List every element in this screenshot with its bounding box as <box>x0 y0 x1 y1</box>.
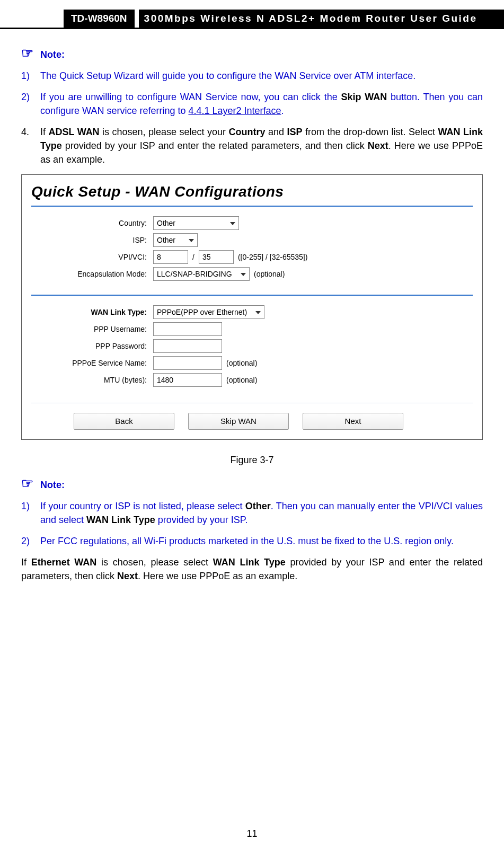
isp-bold: ISP <box>287 127 303 137</box>
ppp-username-label: PPP Username: <box>31 325 153 333</box>
step4-text: If <box>40 127 48 137</box>
list-marker: 1) <box>21 499 40 527</box>
eth-text: . Here we use PPPoE as an example. <box>138 571 297 581</box>
list-marker: 1) <box>21 69 40 83</box>
vpi-vci-label: VPI/VCI: <box>31 253 153 261</box>
note1-item-1: 1) The Quick Setup Wizard will guide you… <box>21 69 483 83</box>
encap-label: Encapsulation Mode: <box>31 270 153 278</box>
note2-item-1: 1) If your country or ISP is not listed,… <box>21 499 483 527</box>
doc-header: TD-W8960N 300Mbps Wireless N ADSL2+ Mode… <box>0 0 504 29</box>
optional-text: (optional) <box>254 270 285 278</box>
note2-text-2: Per FCC regulations, all Wi-Fi products … <box>40 534 483 548</box>
note2-text: provided by your ISP. <box>155 515 248 525</box>
next-bold: Next <box>117 571 138 581</box>
pointing-hand-icon: ☞ <box>21 475 33 491</box>
wan-link-type-label: WAN Link Type: <box>91 308 147 316</box>
note1-text-2c: . <box>281 105 284 116</box>
next-bold: Next <box>368 140 388 151</box>
note2-text: If your country or ISP is not listed, pl… <box>40 501 245 511</box>
ppp-username-input[interactable] <box>153 322 222 336</box>
note-list-1: 1) The Quick Setup Wizard will guide you… <box>21 69 483 118</box>
back-button[interactable]: Back <box>74 413 174 430</box>
ethernet-paragraph: If Ethernet WAN is chosen, please select… <box>21 555 483 583</box>
next-button[interactable]: Next <box>303 413 403 430</box>
page-number: 11 <box>0 828 504 839</box>
divider <box>31 403 473 403</box>
figure-caption: Figure 3-7 <box>21 455 483 466</box>
isp-select[interactable]: Other <box>153 233 198 247</box>
note-heading-2: ☞ Note: <box>21 475 483 492</box>
skip-wan-button[interactable]: Skip WAN <box>188 413 289 430</box>
list-marker: 2) <box>21 90 40 118</box>
note-list-2: 1) If your country or ISP is not listed,… <box>21 499 483 548</box>
optional-text: (optional) <box>226 376 257 384</box>
eth-text: If <box>21 557 31 568</box>
vci-input[interactable] <box>199 250 234 264</box>
note1-text-2a: If you are unwilling to configure WAN Se… <box>40 92 341 102</box>
layer2-interface-link[interactable]: 4.4.1 Layer2 Interface <box>188 105 281 116</box>
country-bold: Country <box>229 127 266 137</box>
step-number: 4. <box>21 125 40 166</box>
adsl-wan-bold: ADSL WAN <box>48 127 99 137</box>
country-select[interactable]: Other <box>153 216 239 230</box>
mtu-input[interactable] <box>153 373 222 387</box>
optional-text: (optional) <box>226 359 257 367</box>
step4-text: is chosen, please select your <box>100 127 229 137</box>
encap-select[interactable]: LLC/SNAP-BRIDGING <box>153 267 250 281</box>
wan-link-type-select[interactable]: PPPoE(PPP over Ethernet) <box>153 305 264 319</box>
note-heading: ☞ Note: <box>21 45 483 61</box>
eth-text: is chosen, please select <box>96 557 213 568</box>
slash-separator: / <box>192 253 194 261</box>
wan-link-type-bold: WAN Link Type <box>213 557 286 568</box>
note-label: Note: <box>40 480 65 490</box>
note1-text-1: The Quick Setup Wizard will guide you to… <box>40 69 483 83</box>
doc-title: 300Mbps Wireless N ADSL2+ Modem Router U… <box>139 10 504 28</box>
skip-wan-bold: Skip WAN <box>341 92 387 102</box>
step4-text: and <box>266 127 287 137</box>
ppp-password-label: PPP Password: <box>31 342 153 350</box>
figure-title: Quick Setup - WAN Configurations <box>31 183 473 200</box>
step4-text: provided by your ISP and enter the relat… <box>62 140 368 151</box>
model-badge: TD-W8960N <box>64 10 135 28</box>
step4-text: from the drop-down list. Select <box>303 127 438 137</box>
ethernet-wan-bold: Ethernet WAN <box>31 557 97 568</box>
list-marker: 2) <box>21 534 40 548</box>
step-4: 4. If ADSL WAN is chosen, please select … <box>21 125 483 166</box>
pppoe-service-name-label: PPPoE Service Name: <box>31 359 153 367</box>
figure-3-7-box: Quick Setup - WAN Configurations Country… <box>21 174 483 440</box>
divider <box>31 206 473 207</box>
ppp-password-input[interactable] <box>153 339 222 353</box>
pointing-hand-icon: ☞ <box>21 45 33 61</box>
divider <box>31 295 473 296</box>
vpi-range-text: ([0-255] / [32-65535]) <box>238 253 308 261</box>
mtu-label: MTU (bytes): <box>31 376 153 384</box>
note1-item-2: 2) If you are unwilling to configure WAN… <box>21 90 483 118</box>
other-bold: Other <box>245 501 271 511</box>
note-label: Note: <box>40 49 65 60</box>
isp-label: ISP: <box>31 236 153 244</box>
note2-item-2: 2) Per FCC regulations, all Wi-Fi produc… <box>21 534 483 548</box>
vpi-input[interactable] <box>153 250 188 264</box>
wan-link-type-bold: WAN Link Type <box>86 515 155 525</box>
country-label: Country: <box>31 219 153 227</box>
pppoe-service-name-input[interactable] <box>153 356 222 370</box>
